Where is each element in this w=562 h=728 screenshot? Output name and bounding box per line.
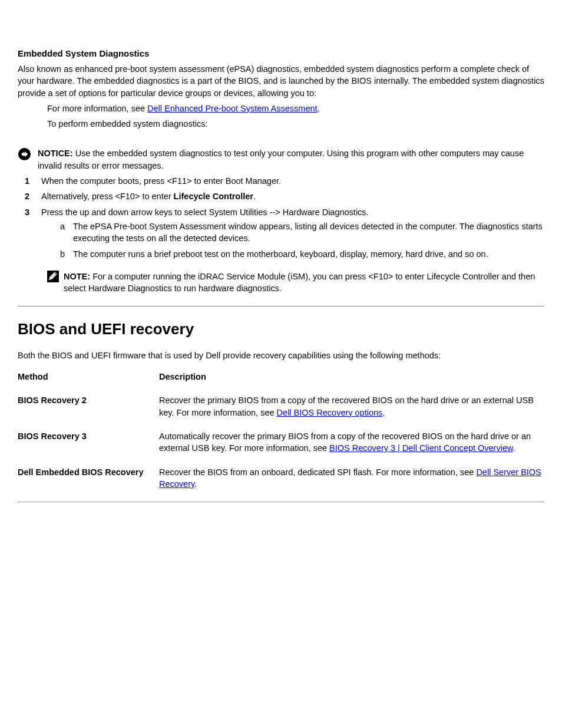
step-number: 2 xyxy=(25,190,41,202)
notice-body: Use the embedded system diagnostics to t… xyxy=(38,149,524,170)
steps-list: 1 When the computer boots, press <F11> t… xyxy=(25,175,544,263)
step-text: Press the up and down arrow keys to sele… xyxy=(41,206,544,263)
nested-text: The ePSA Pre-boot System Assessment wind… xyxy=(73,220,544,245)
note-label: NOTE: xyxy=(64,272,90,281)
note-icon-col xyxy=(47,271,64,285)
nested-item-a: a The ePSA Pre-boot System Assessment wi… xyxy=(60,220,544,245)
nested-letter: b xyxy=(60,248,73,260)
reference-end: . xyxy=(318,104,320,113)
recovery-intro: Both the BIOS and UEFI firmware that is … xyxy=(18,350,544,361)
table-header-row: Method Description xyxy=(18,365,544,388)
step-text: Alternatively, press <F10> to enter Life… xyxy=(41,190,544,202)
notice-icon-col xyxy=(18,147,38,164)
step2-post: . xyxy=(253,192,256,201)
cell-method: Dell Embedded BIOS Recovery xyxy=(18,460,159,502)
note-block: NOTE: For a computer running the iDRAC S… xyxy=(47,271,544,295)
cell-method: BIOS Recovery 2 xyxy=(18,388,159,424)
notice-text: NOTICE: Use the embedded system diagnost… xyxy=(38,147,544,172)
section-title: Embedded System Diagnostics xyxy=(18,47,544,60)
nested-list: a The ePSA Pre-boot System Assessment wi… xyxy=(60,220,544,260)
reference-text: For more information, see xyxy=(47,104,147,113)
step2-pre: Alternatively, press <F10> to enter xyxy=(41,192,174,201)
cell-description: Recover the BIOS from an onboard, dedica… xyxy=(159,460,544,502)
step-number: 1 xyxy=(25,175,41,187)
note-body: For a computer running the iDRAC Service… xyxy=(64,272,535,293)
table-row: Dell Embedded BIOS Recovery Recover the … xyxy=(18,460,544,502)
instruction-lead: To perform embedded system diagnostics: xyxy=(47,118,544,130)
table-row: BIOS Recovery 2 Recover the primary BIOS… xyxy=(18,388,544,424)
desc-post: . xyxy=(382,408,385,417)
notice-label: NOTICE: xyxy=(38,149,73,158)
separator xyxy=(18,306,544,307)
desc-link[interactable]: Dell BIOS Recovery options xyxy=(277,408,383,417)
step-2: 2 Alternatively, press <F10> to enter Li… xyxy=(25,190,544,202)
cell-description: Automatically recover the primary BIOS f… xyxy=(159,424,544,460)
nested-letter: a xyxy=(60,220,73,245)
step3-text: Press the up and down arrow keys to sele… xyxy=(41,207,369,217)
arrow-circle-icon xyxy=(18,147,31,161)
reference-link[interactable]: Dell Enhanced Pre-boot System Assessment xyxy=(147,104,318,113)
step-3: 3 Press the up and down arrow keys to se… xyxy=(25,206,544,263)
section-intro-paragraph: Also known as enhanced pre-boot system a… xyxy=(18,63,544,99)
nested-text: The computer runs a brief preboot test o… xyxy=(73,248,544,260)
cell-description: Recover the primary BIOS from a copy of … xyxy=(159,388,544,424)
recovery-table: Method Description BIOS Recovery 2 Recov… xyxy=(18,365,544,502)
step-text: When the computer boots, press <F11> to … xyxy=(41,175,544,187)
cell-method: BIOS Recovery 3 xyxy=(18,424,159,460)
desc-pre: Recover the BIOS from an onboard, dedica… xyxy=(159,467,476,477)
nested-item-b: b The computer runs a brief preboot test… xyxy=(60,248,544,260)
desc-link[interactable]: BIOS Recovery 3 | Dell Client Concept Ov… xyxy=(329,443,513,453)
pencil-note-icon xyxy=(47,271,59,282)
table-header-method: Method xyxy=(18,365,159,388)
recovery-heading: BIOS and UEFI recovery xyxy=(18,318,544,340)
note-text: NOTE: For a computer running the iDRAC S… xyxy=(64,271,544,295)
step2-bold: Lifecycle Controller xyxy=(174,192,253,201)
notice-block: NOTICE: Use the embedded system diagnost… xyxy=(18,147,544,172)
reference-paragraph: For more information, see Dell Enhanced … xyxy=(47,103,544,114)
step-1: 1 When the computer boots, press <F11> t… xyxy=(25,175,544,187)
table-header-description: Description xyxy=(159,365,544,388)
table-row: BIOS Recovery 3 Automatically recover th… xyxy=(18,424,544,460)
step-number: 3 xyxy=(25,206,41,263)
desc-post: . xyxy=(194,479,197,489)
desc-post: . xyxy=(513,443,515,453)
